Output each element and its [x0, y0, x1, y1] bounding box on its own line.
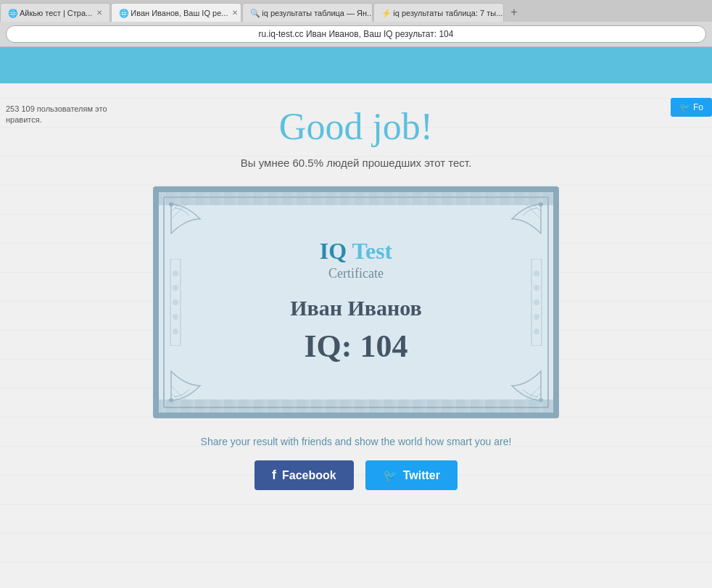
svg-point-0 [169, 202, 173, 207]
left-social-count: 253 109 пользователям этонравится. [0, 98, 116, 132]
svg-point-7 [173, 299, 178, 305]
cert-iq-score: IQ: 104 [305, 328, 408, 365]
tab-1-icon: 🌐 [8, 9, 17, 17]
cert-certificate-subtitle: Certificate [328, 266, 384, 281]
corner-ornament-br [508, 368, 545, 404]
cert-top-decoration [159, 192, 553, 205]
certificate: IQ Test Certificate Иван Иванов IQ: 104 [153, 186, 559, 418]
left-side-decoration [165, 259, 186, 346]
tab-1-close[interactable]: ✕ [96, 9, 102, 17]
svg-point-15 [534, 328, 539, 334]
corner-ornament-tr [508, 201, 545, 237]
right-side-decoration [526, 259, 547, 346]
twitter-bird-icon-top: 🐦 [679, 102, 690, 112]
browser-chrome: 🌐 Айкью тест | Стра... ✕ 🌐 Иван Иванов, … [0, 0, 712, 47]
site-header [0, 47, 712, 83]
cert-iq-test-title: IQ Test [320, 238, 392, 265]
cert-user-name: Иван Иванов [290, 296, 422, 320]
svg-point-12 [534, 285, 539, 291]
corner-ornament-bl [167, 368, 204, 404]
address-bar: ru.iq-test.cc Иван Иванов, Ваш IQ резуль… [0, 22, 712, 46]
svg-point-5 [173, 270, 178, 276]
facebook-share-button[interactable]: f Facebook [254, 460, 354, 490]
tab-4[interactable]: ⚡ iq результаты таблица: 7 ты... ✕ [373, 3, 504, 22]
tab-2[interactable]: 🌐 Иван Иванов, Ваш IQ ре... ✕ [111, 3, 241, 22]
address-input[interactable]: ru.iq-test.cc Иван Иванов, Ваш IQ резуль… [6, 25, 706, 43]
svg-point-11 [534, 270, 539, 276]
tab-1[interactable]: 🌐 Айкью тест | Стра... ✕ [0, 3, 110, 22]
svg-point-9 [173, 328, 178, 334]
cert-bottom-decoration [159, 399, 553, 413]
tab-3[interactable]: 🔍 iq результаты таблица — Ян... ✕ [242, 3, 373, 22]
good-job-title: Good job! [146, 105, 566, 148]
subtitle-text: Вы умнее 60.5% людей прошедших этот тест… [146, 157, 566, 169]
share-text: Share your result with friends and show … [146, 436, 566, 447]
svg-point-6 [173, 285, 178, 291]
twitter-icon: 🐦 [383, 468, 397, 482]
new-tab-button[interactable]: + [505, 3, 523, 22]
tab-2-close[interactable]: ✕ [232, 9, 238, 17]
main-content: 253 109 пользователям этонравится. 🐦 Fo … [0, 83, 712, 588]
svg-point-14 [534, 314, 539, 320]
svg-point-8 [173, 314, 178, 320]
svg-point-1 [539, 202, 543, 207]
center-content: Good job! Вы умнее 60.5% людей прошедших… [146, 98, 566, 490]
share-buttons: f Facebook 🐦 Twitter [146, 460, 566, 490]
certificate-wrapper: IQ Test Certificate Иван Иванов IQ: 104 [153, 186, 559, 418]
tab-3-icon: 🔍 [250, 9, 259, 17]
tabs-bar: 🌐 Айкью тест | Стра... ✕ 🌐 Иван Иванов, … [0, 0, 712, 22]
svg-point-13 [534, 299, 539, 305]
corner-ornament-tl [167, 201, 204, 237]
tab-4-icon: ⚡ [381, 9, 390, 17]
tab-2-icon: 🌐 [119, 9, 128, 17]
facebook-icon: f [272, 468, 276, 483]
twitter-top-button[interactable]: 🐦 Fo [671, 98, 712, 117]
twitter-share-button[interactable]: 🐦 Twitter [365, 460, 458, 490]
